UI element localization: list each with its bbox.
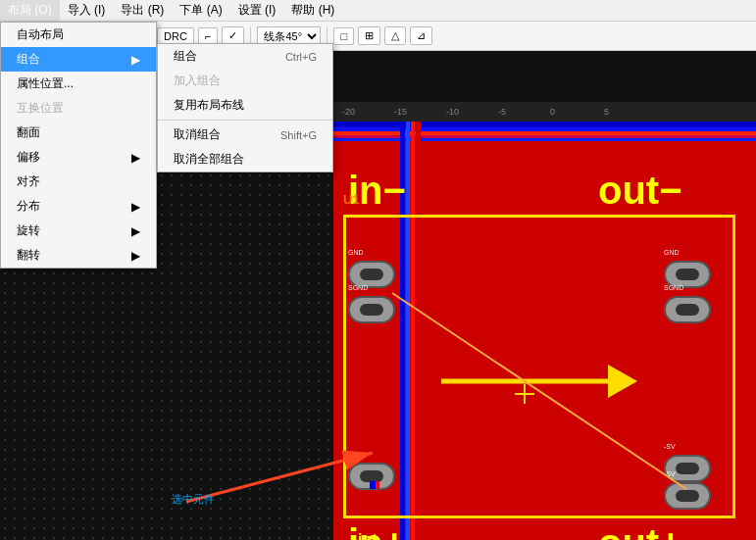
toolbar-align4[interactable]: ⊿ xyxy=(410,26,432,45)
svg-line-2 xyxy=(392,293,686,489)
label-out-minus: out− xyxy=(598,169,682,213)
layout-dropdown: 自动布局 组合 ▶ 属性位置... 互换位置 翻面 偏移 ▶ 对齐 分布 ▶ 旋… xyxy=(0,22,157,269)
menu-order[interactable]: 下单 (A) xyxy=(172,0,229,21)
menu-settings[interactable]: 设置 (I) xyxy=(230,0,284,21)
toolbar-align2[interactable]: ⊞ xyxy=(358,26,380,45)
menu-attr-pos[interactable]: 属性位置... xyxy=(1,72,156,96)
combine-submenu: 组合 Ctrl+G 加入组合 复用布局布线 取消组合 Shift+G 取消全部组… xyxy=(157,43,333,172)
int-label: int xyxy=(358,531,378,540)
submenu-sep xyxy=(158,120,332,121)
submenu-join: 加入组合 xyxy=(158,69,332,93)
menu-flip[interactable]: 翻面 xyxy=(1,121,156,145)
toolbar-tool1[interactable]: ⌐ xyxy=(198,27,218,45)
submenu-ungroup[interactable]: 取消组合 Shift+G xyxy=(158,123,332,147)
menu-offset[interactable]: 偏移 ▶ xyxy=(1,145,156,170)
ruler-mark-0: -20 xyxy=(342,107,355,117)
submenu-reuse[interactable]: 复用布局布线 xyxy=(158,93,332,118)
menu-export[interactable]: 导出 (R) xyxy=(113,0,172,21)
menu-combine[interactable]: 组合 ▶ xyxy=(1,47,156,72)
menu-distribute[interactable]: 分布 ▶ xyxy=(1,194,156,219)
ruler-mark-1: -15 xyxy=(394,107,407,117)
toolbar-align1[interactable]: □ xyxy=(333,27,354,45)
ruler-mark-4: 0 xyxy=(550,107,555,117)
ruler-mark-5: 5 xyxy=(604,107,609,117)
menu-align[interactable]: 对齐 xyxy=(1,170,156,194)
ruler-mark-3: -5 xyxy=(498,107,506,117)
ruler-mark-2: -10 xyxy=(446,107,459,117)
menu-rotate[interactable]: 旋转 ▶ xyxy=(1,219,156,243)
toolbar-align3[interactable]: △ xyxy=(384,26,406,45)
submenu-combine[interactable]: 组合 Ctrl+G xyxy=(158,44,332,69)
trace-h-blue3 xyxy=(333,138,756,141)
menubar: 布局 (O) 导入 (I) 导出 (R) 下单 (A) 设置 (I) 帮助 (H… xyxy=(0,0,756,22)
menu-flip2[interactable]: 翻转 ▶ xyxy=(1,243,156,268)
label-out-plus: out+ xyxy=(598,521,682,540)
menu-layout[interactable]: 布局 (O) xyxy=(0,0,60,21)
toolbar-drc[interactable]: DRC xyxy=(157,27,194,45)
submenu-ungroup-all[interactable]: 取消全部组合 xyxy=(158,147,332,172)
menu-swap-pos: 互换位置 xyxy=(1,96,156,121)
menu-help[interactable]: 帮助 (H) xyxy=(283,0,342,21)
menu-auto-layout[interactable]: 自动布局 xyxy=(1,23,156,47)
label-u1: U1 xyxy=(343,192,360,207)
menu-import[interactable]: 导入 (I) xyxy=(60,0,114,21)
ruler-top: -20 -15 -10 -5 0 5 xyxy=(333,102,756,122)
selection-label: 选中元件 xyxy=(172,492,215,507)
